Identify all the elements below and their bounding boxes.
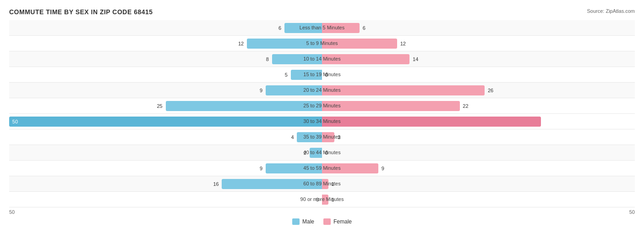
legend-male-box (292, 218, 300, 225)
female-bar (322, 23, 360, 33)
chart-row: 30 to 34 Minutes5035 (9, 114, 635, 129)
male-value: 50 (12, 119, 18, 124)
source-label: Source: ZipAtlas.com (587, 8, 635, 14)
female-bar (322, 85, 485, 95)
chart-row: 5 to 9 Minutes1212 (9, 36, 635, 51)
female-value: 1 (331, 197, 334, 202)
male-bar (222, 179, 322, 189)
chart-row: 25 to 29 Minutes2522 (9, 98, 635, 114)
male-value: 4 (291, 134, 294, 140)
legend-female-label: Female (333, 218, 352, 225)
chart-row: 60 to 89 Minutes161 (9, 176, 635, 192)
male-value: 8 (266, 56, 269, 62)
axis-labels: 50 50 (9, 209, 635, 215)
row-label: 40 to 44 Minutes (303, 150, 340, 155)
male-bar (247, 39, 322, 49)
female-value: 22 (463, 103, 468, 109)
male-bar (284, 23, 322, 33)
male-bar (297, 132, 322, 142)
female-bar (322, 39, 397, 49)
chart-row: 90 or more Minutes01 (9, 192, 635, 207)
legend-female: Female (323, 218, 352, 225)
chart-row: 35 to 39 Minutes42 (9, 129, 635, 145)
male-bar (266, 85, 322, 95)
chart-row: 45 to 59 Minutes99 (9, 161, 635, 176)
male-value: 0 (316, 197, 319, 202)
chart-row: Less than 5 Minutes66 (9, 20, 635, 36)
female-value: 35 (626, 119, 632, 124)
female-bar (322, 101, 460, 111)
male-value: 2 (304, 150, 306, 156)
male-value: 25 (157, 103, 162, 109)
legend-female-box (323, 218, 331, 225)
female-value: 0 (325, 150, 328, 156)
legend-male: Male (292, 218, 314, 225)
male-bar (291, 70, 322, 80)
female-bar (322, 163, 378, 173)
male-bar (9, 117, 322, 127)
female-value: 1 (331, 181, 334, 187)
male-bar (266, 163, 322, 173)
female-bar (322, 179, 328, 189)
male-value: 16 (213, 181, 218, 187)
female-bar (322, 117, 541, 127)
bars-area: Less than 5 Minutes665 to 9 Minutes12121… (9, 20, 635, 207)
female-value: 12 (400, 41, 406, 46)
axis-right: 50 (629, 209, 635, 215)
chart-row: 40 to 44 Minutes20 (9, 145, 635, 161)
male-bar (272, 54, 322, 64)
female-value: 0 (325, 72, 328, 78)
chart-row: 20 to 24 Minutes926 (9, 83, 635, 98)
male-value: 9 (260, 166, 262, 171)
female-value: 9 (382, 166, 384, 171)
female-value: 14 (413, 56, 418, 62)
male-value: 6 (278, 25, 281, 31)
chart-row: 15 to 19 Minutes50 (9, 67, 635, 83)
male-bar (166, 101, 322, 111)
female-value: 6 (363, 25, 366, 31)
legend: Male Female (9, 218, 635, 225)
chart-container: COMMUTE TIME BY SEX IN ZIP CODE 68415 So… (0, 0, 644, 240)
male-bar (310, 148, 322, 158)
chart-row: 10 to 14 Minutes814 (9, 51, 635, 67)
female-value: 26 (488, 88, 493, 93)
male-value: 12 (238, 41, 244, 46)
female-value: 2 (338, 134, 340, 140)
female-bar (322, 54, 409, 64)
axis-left: 50 (9, 209, 15, 215)
legend-male-label: Male (302, 218, 314, 225)
chart-title: COMMUTE TIME BY SEX IN ZIP CODE 68415 (9, 8, 635, 16)
male-value: 5 (285, 72, 288, 78)
male-value: 9 (260, 88, 262, 93)
female-bar (322, 132, 334, 142)
female-bar (322, 195, 328, 205)
